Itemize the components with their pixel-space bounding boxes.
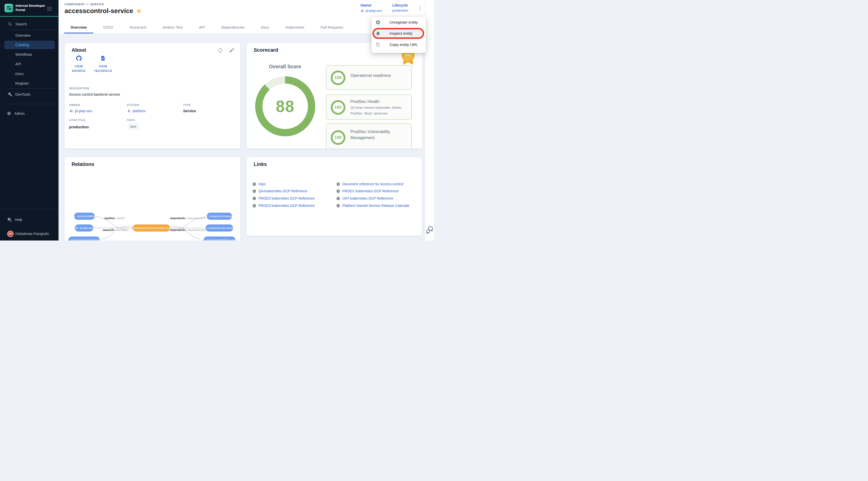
globe-icon [252,189,256,193]
sidebar-item-label: API [15,62,21,66]
globe-icon [336,189,340,193]
link-qa-kubernetes[interactable]: QA kubernetes GCP Reference [252,189,307,193]
score-title: ProdSec-Vulnerability Management [350,129,409,141]
link-label: QA kubernetes GCP Reference [258,189,307,193]
search-icon [8,22,12,26]
link-prod3-kubernetes[interactable]: PROD3 kubernetes GCP Reference [252,203,315,207]
menu-item-inspect-entity[interactable]: Inspect entity [372,28,424,38]
app-grid-icon[interactable] [47,6,52,11]
svg-text:?: ? [8,218,10,220]
sidebar-item-search[interactable]: Search [0,21,59,28]
chat-support-icon[interactable] [426,225,434,235]
owner-meta: Owner pl-play-acc [361,3,382,12]
relation-node-pl-play-acc[interactable]: pl-play-acc [75,224,93,231]
system-field-link[interactable]: platform [127,109,146,113]
tag-chip[interactable]: java [128,123,139,130]
breadcrumb: COMPONENT — SERVICE [65,3,104,6]
menu-item-copy-entity-url[interactable]: Copy entity URL [371,40,426,50]
sidebar-user[interactable]: DP Debabrata Panigrahi [0,230,59,237]
sidebar-item-label: Register [15,81,29,85]
link-repo[interactable]: repo [252,182,266,186]
type-field-value: Service [183,109,196,113]
tab-scorecard[interactable]: Scorecard [123,21,153,33]
sidebar-item-overview[interactable]: Overview [0,32,59,39]
sidebar-item-label: Help [15,218,22,222]
globe-icon [252,197,256,200]
edge-label-dependson-2: dependsOn/ dependencyOf [170,228,206,231]
avatar: DP [7,231,13,237]
refresh-icon[interactable] [217,47,223,53]
page-title: accesscontrol-service ★ [65,7,142,15]
tab-docs[interactable]: Docs [254,21,276,33]
sidebar-item-catalog[interactable]: Catalog [4,41,55,49]
link-prod2-kubernetes[interactable]: PROD2 kubernetes GCP Reference [252,196,315,200]
link-prod1-kubernetes[interactable]: PROD1 kubernetes GCP Reference [336,189,399,193]
view-techdocs-line2: TECHDOCS [94,68,112,73]
group-icon [75,226,78,229]
owner-link[interactable]: pl-play-acc [361,8,382,12]
view-techdocs-line1: VIEW [99,64,107,68]
relation-node-component-accesscontrol-service[interactable]: component:accesscontrol-service [133,224,170,231]
menu-item-label: Inspect entity [390,31,412,36]
sidebar-item-devtools[interactable]: DevTools [0,91,59,98]
globe-icon [252,182,256,186]
about-card-title: About [71,47,86,53]
sidebar-item-workflows[interactable]: Workflows [0,51,59,58]
owner-field-link[interactable]: pl-play-acc [69,109,92,113]
tab-pull-requests[interactable]: Pull Requests [314,21,350,33]
scorecard-item-prodsec-vulnerability[interactable]: 100 ProdSec-Vulnerability Management [326,124,412,149]
about-quick-links: VIEW SOURCE VIEW TECHDOCS [68,56,113,73]
relation-node-api-accesscontrol-service[interactable]: api:accesscontrol-service [68,236,100,241]
score-title: Operational readiness [350,72,409,78]
entity-tabs: Overview CI/CD Scorecard Jenkins Test AP… [64,21,353,33]
link-label: PROD3 kubernetes GCP Reference [258,203,315,207]
sidebar-item-api[interactable]: API [0,61,59,67]
system-icon [72,215,75,218]
sidebar-item-register[interactable]: Register [0,80,59,87]
wrench-icon [8,92,12,97]
scorecard-item-prodsec-health[interactable]: 100 ProdSec Health Q4 Goal, mission impo… [326,95,412,120]
edge-label-ownerof: ownerOf/ ownedBy [103,228,128,231]
view-techdocs-link[interactable]: VIEW TECHDOCS [93,56,113,73]
view-source-line2: SOURCE [72,68,86,73]
github-icon [76,56,82,61]
sidebar-item-docs[interactable]: Docs [0,70,59,77]
system-field-value: platform [133,109,146,113]
tab-kubernetes[interactable]: Kubernetes [279,21,311,33]
sidebar-item-admin[interactable]: Admin [0,110,59,117]
tab-jenkins-test[interactable]: Jenkins Test [156,21,189,33]
more-options-button[interactable] [417,5,423,11]
relation-node-component-manager[interactable]: component:manager [207,213,232,220]
link-release-calendar[interactable]: Platform Owned Service Release Calendar [336,203,409,207]
scorecard-item-operational-readiness[interactable]: 100 Operational readiness [326,65,412,90]
relation-node-component-platform-service[interactable]: component:platform-service [204,236,235,241]
link-uat-kubernetes[interactable]: UAT kubernetes GCP Reference [336,196,393,200]
tab-api[interactable]: API [192,21,211,33]
copy-icon [375,42,380,47]
tab-overview[interactable]: Overview [64,21,93,33]
overall-score-label: Overall Score [257,64,313,69]
tab-cicd[interactable]: CI/CD [97,21,120,33]
app-logo-icon [4,4,13,12]
sidebar-item-help[interactable]: ? Help [0,216,59,223]
about-card: About VIEW SOURCE VIEW TECHDOCS DESCRIPT… [65,43,240,149]
edge-label-haspart: hasPart/ partOf [104,217,125,220]
menu-item-label: Copy entity URL [390,42,418,47]
lifecycle-meta: Lifecycle production [392,3,408,12]
lifecycle-field-value: production [69,125,89,129]
lifecycle-value: production [392,8,408,12]
score-ring: 100 [331,70,345,85]
favorite-star-icon[interactable]: ★ [136,8,142,14]
owner-value: pl-play-acc [366,9,382,12]
node-label: component:accesscontrol-service [133,226,174,229]
link-document-reference[interactable]: Document reference for Access-control [336,182,403,186]
relation-node-system-platform[interactable]: system:platform [74,213,95,220]
node-label: component:platform-service [205,238,239,241]
view-source-line1: VIEW [74,64,83,68]
edit-pencil-icon[interactable] [229,47,235,53]
tab-dependencies[interactable]: Dependencies [215,21,251,33]
menu-item-unregister-entity[interactable]: Unregister entity [371,17,426,27]
view-source-link[interactable]: VIEW SOURCE [68,56,89,73]
group-icon [69,109,73,113]
relation-node-component-ng-manager[interactable]: component:ng-manager [206,224,233,231]
